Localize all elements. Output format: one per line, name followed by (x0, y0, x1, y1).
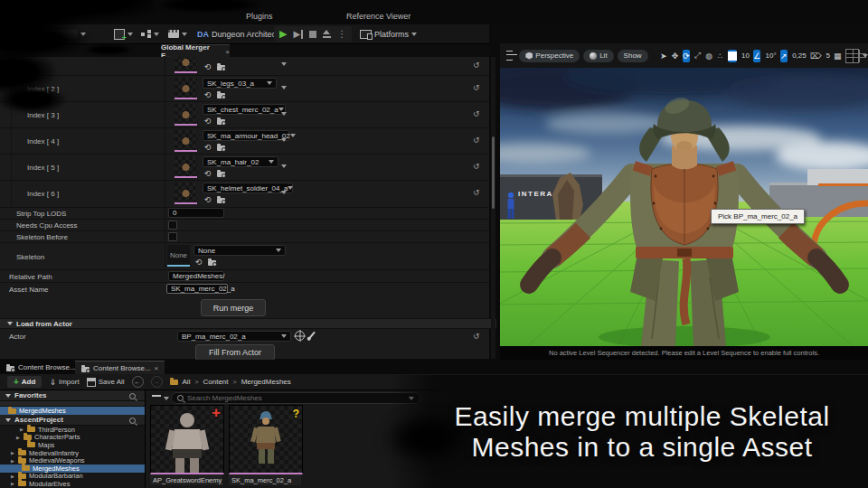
select-tool-icon[interactable]: ➤ (660, 50, 668, 62)
search-assets-input[interactable]: Search MergedMeshes (171, 392, 420, 404)
mesh-select[interactable]: SK_ma_hair_02 (203, 156, 278, 167)
expand-arrow-icon[interactable]: ▶ (11, 474, 15, 479)
use-selected-icon[interactable]: ⟲ (204, 169, 212, 178)
world-coordinate-icon[interactable]: ◍ (705, 50, 713, 62)
forward-icon[interactable]: → (151, 376, 163, 388)
camera-speed-value[interactable]: 5 (826, 52, 829, 60)
favorite-mergedmeshes[interactable]: MergedMeshes (0, 407, 145, 415)
dungeon-architect-button[interactable]: DA Dungeon Architect (197, 27, 278, 41)
skeleton-thumbnail[interactable]: None (167, 245, 190, 267)
tree-item-modularelves[interactable]: ▶ModularElves (0, 480, 145, 488)
reset-to-default-icon[interactable]: ↺ (473, 83, 480, 92)
browse-to-asset-icon[interactable] (208, 260, 216, 266)
favorites-header[interactable]: Favorites (0, 390, 145, 401)
show-button[interactable]: Show (618, 50, 648, 62)
skeleton-select[interactable]: None (193, 245, 286, 256)
close-icon[interactable]: × (155, 364, 159, 372)
back-icon[interactable]: ← (132, 376, 144, 388)
use-selected-icon[interactable]: ⟲ (204, 143, 212, 152)
mesh-thumbnail[interactable] (175, 183, 197, 204)
angle-snap-value[interactable]: 10° (765, 52, 776, 60)
chevron-down-icon[interactable] (164, 397, 169, 400)
more-options-icon[interactable]: ⋮ (337, 29, 346, 39)
expand-row-icon[interactable] (281, 86, 287, 89)
import-button[interactable]: ⇓Import (49, 378, 79, 387)
reset-to-default-icon[interactable]: ↺ (473, 332, 480, 341)
expand-arrow-icon[interactable]: ▶ (16, 435, 21, 440)
use-selected-icon[interactable]: ⟲ (204, 195, 212, 204)
browse-to-asset-icon[interactable] (217, 145, 225, 151)
scale-snap-icon[interactable]: ↗ (780, 50, 788, 62)
reset-to-default-icon[interactable]: ↺ (473, 188, 480, 197)
breadcrumb-all[interactable]: All (183, 378, 191, 386)
camera-speed-icon[interactable]: ⌦ (810, 50, 822, 62)
content-browser-tab-1[interactable]: Content Browse... (0, 361, 82, 374)
expand-row-icon[interactable] (281, 112, 287, 116)
platforms-button[interactable]: Platforms (360, 27, 417, 41)
tree-item-mergedmeshes[interactable]: MergedMeshes (0, 465, 145, 473)
strip-top-lods-input[interactable]: 0 (168, 208, 224, 218)
grid-snap-value[interactable]: 10 (741, 52, 750, 60)
surface-snap-icon[interactable]: ∴ (716, 50, 724, 62)
add-content-button[interactable] (114, 27, 133, 41)
scale-tool-icon[interactable]: ⤢ (693, 50, 702, 62)
expand-row-icon[interactable] (281, 164, 287, 168)
skeleton-before-checkbox[interactable] (168, 232, 177, 241)
cinematics-button[interactable] (168, 27, 187, 41)
use-selected-icon[interactable]: ⟲ (195, 258, 203, 267)
filter-icon[interactable] (152, 394, 161, 402)
mesh-select[interactable]: SK_chest_merc_02_a (203, 104, 286, 115)
use-selected-icon[interactable]: ⟲ (204, 117, 212, 126)
reset-to-default-icon[interactable]: ↺ (473, 61, 480, 70)
rotate-tool-icon[interactable]: ⟳ (683, 50, 691, 62)
viewport-menu-icon[interactable] (506, 51, 513, 61)
eject-icon[interactable] (323, 30, 331, 38)
mesh-thumbnail[interactable] (175, 130, 197, 152)
perspective-button[interactable]: Perspective (519, 50, 580, 62)
details-scrollbar[interactable] (491, 57, 495, 359)
asset-tile-mamerc[interactable]: ? SK_ma_merc_02_a (229, 405, 301, 485)
expand-row-icon[interactable] (281, 138, 287, 142)
browse-to-asset-icon[interactable] (217, 198, 225, 203)
stop-icon[interactable] (309, 31, 316, 38)
reset-to-default-icon[interactable]: ↺ (473, 162, 480, 171)
expand-arrow-icon[interactable]: ▶ (11, 458, 15, 464)
mesh-select[interactable]: SK_ma_armour_head_02 (203, 130, 289, 141)
blueprints-button[interactable] (141, 27, 159, 41)
mesh-select[interactable]: SK_legs_03_a (203, 78, 277, 89)
search-icon[interactable] (129, 393, 136, 399)
expand-arrow-icon[interactable]: ▶ (11, 481, 15, 486)
mesh-select[interactable]: SK_helmet_soldier_04_a (203, 183, 293, 193)
mesh-thumbnail[interactable] (175, 57, 197, 73)
add-button[interactable]: +Add (7, 376, 42, 388)
asset-name-input[interactable]: SK_ma_merc_02_a (166, 284, 228, 294)
menu-tab-plugins[interactable]: Plugins (246, 12, 273, 21)
tab-global-merger[interactable]: Global Merger E... × (161, 44, 230, 58)
fill-from-actor-button[interactable]: Fill From Actor (195, 344, 275, 361)
project-header[interactable]: AscentProject (0, 415, 145, 426)
browse-to-asset-icon[interactable] (217, 119, 225, 125)
browse-to-asset-icon[interactable] (217, 93, 225, 99)
expand-row-icon[interactable] (281, 62, 287, 66)
tree-item-modularbarbarian[interactable]: ▶ModularBarbarian (0, 473, 145, 481)
viewport-scene[interactable]: INTERACT (500, 68, 868, 346)
expand-arrow-icon[interactable]: ▶ (11, 450, 15, 455)
obscured-dropdown-button[interactable] (25, 27, 86, 41)
play-icon[interactable]: ▶ (279, 29, 287, 39)
eyedropper-icon[interactable] (308, 332, 316, 340)
tree-item-maps[interactable]: Maps (0, 441, 145, 449)
scale-snap-value[interactable]: 0,25 (792, 52, 807, 60)
browse-to-asset-icon[interactable] (217, 172, 225, 177)
save-all-button[interactable]: Save All (87, 378, 125, 387)
expand-row-icon[interactable] (281, 191, 287, 194)
breadcrumb-content[interactable]: Content (203, 378, 229, 386)
reset-to-default-icon[interactable]: ↺ (473, 109, 480, 118)
reset-to-default-icon[interactable]: ↺ (473, 136, 480, 145)
tree-item-thirdperson[interactable]: ▶ThirdPerson (0, 426, 145, 434)
mesh-thumbnail[interactable] (175, 104, 197, 126)
mesh-thumbnail[interactable] (175, 78, 197, 99)
needs-cpu-access-checkbox[interactable] (168, 221, 177, 230)
viewport-layout-selector[interactable] (845, 49, 859, 63)
menu-tab-reference-viewer[interactable]: Reference Viewer (346, 12, 410, 21)
content-browser-tab-2[interactable]: Content Browse... × (75, 361, 165, 375)
